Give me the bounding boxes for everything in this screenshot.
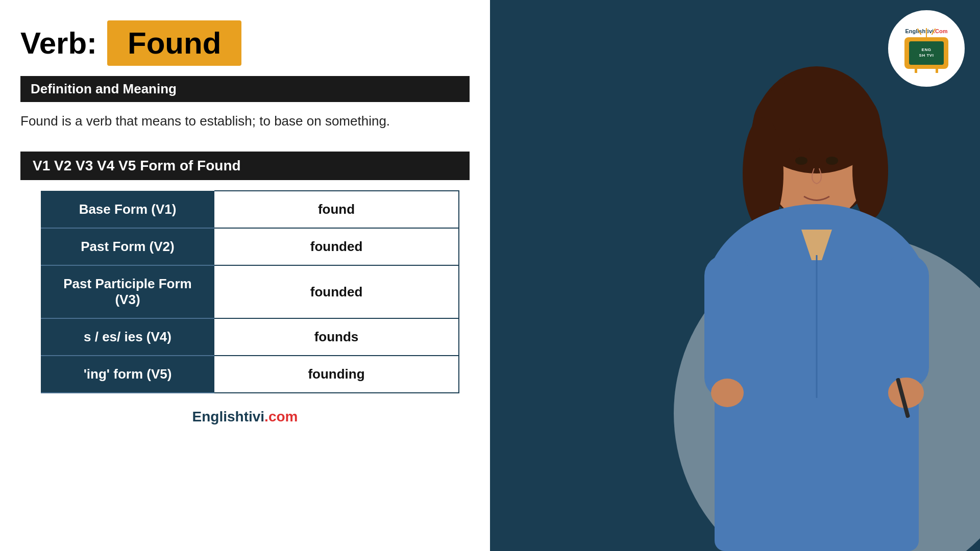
person-illustration xyxy=(664,41,970,551)
svg-point-4 xyxy=(852,122,888,219)
verb-word-box: Found xyxy=(107,20,241,66)
svg-point-15 xyxy=(826,157,838,165)
table-row: Base Form (V1)found xyxy=(41,191,459,228)
verb-form-label: 'ing' form (V5) xyxy=(41,356,214,393)
verb-label: Verb: xyxy=(20,26,97,61)
logo-circle: Englishtivi.Com ENGSH TVI xyxy=(888,10,965,87)
verb-form-value: founding xyxy=(214,356,459,393)
definition-text: Found is a verb that means to establish;… xyxy=(20,111,470,131)
footer: Englishtivi.com xyxy=(20,409,470,425)
left-panel: Verb: Found Definition and Meaning Found… xyxy=(0,0,490,551)
verb-form-label: Past Form (V2) xyxy=(41,228,214,265)
definition-label: Definition and Meaning xyxy=(31,81,177,96)
svg-rect-10 xyxy=(883,255,929,388)
footer-com: .com xyxy=(264,409,298,424)
svg-rect-9 xyxy=(704,255,750,398)
verb-form-value: found xyxy=(214,191,459,228)
definition-label-box: Definition and Meaning xyxy=(20,76,470,102)
svg-point-14 xyxy=(795,157,807,165)
verb-header: Verb: Found xyxy=(20,20,470,66)
table-row: Past Participle Form (V3)founded xyxy=(41,265,459,318)
svg-point-13 xyxy=(711,379,744,407)
right-panel: Englishtivi.Com ENGSH TVI xyxy=(490,0,980,551)
table-row: Past Form (V2)founded xyxy=(41,228,459,265)
table-row: 'ing' form (V5)founding xyxy=(41,356,459,393)
verb-form-value: founds xyxy=(214,318,459,356)
v-form-label-box: V1 V2 V3 V4 V5 Form of Found xyxy=(20,152,470,180)
v-form-label: V1 V2 V3 V4 V5 Form of Found xyxy=(33,158,241,173)
verb-form-label: Past Participle Form (V3) xyxy=(41,265,214,318)
logo-inner: Englishtivi.Com ENGSH TVI xyxy=(904,28,948,68)
table-row: s / es/ ies (V4)founds xyxy=(41,318,459,356)
verb-word: Found xyxy=(128,26,221,60)
verb-forms-table: Base Form (V1)foundPast Form (V2)founded… xyxy=(41,190,459,393)
verb-form-value: founded xyxy=(214,265,459,318)
verb-form-value: founded xyxy=(214,228,459,265)
verb-form-label: s / es/ ies (V4) xyxy=(41,318,214,356)
footer-brand: Englishtivi xyxy=(192,409,265,424)
verb-form-label: Base Form (V1) xyxy=(41,191,214,228)
